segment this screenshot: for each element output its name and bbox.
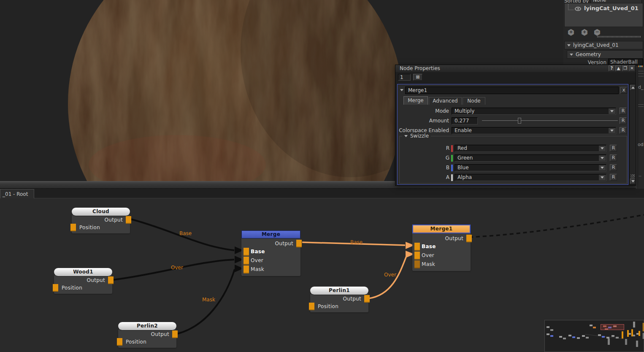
minimap-node xyxy=(586,337,589,338)
position-label: Position xyxy=(62,285,82,291)
mode-label: Mode xyxy=(398,108,449,115)
chevron-down-icon[interactable] xyxy=(598,146,606,151)
colorspace-reset-button[interactable]: R xyxy=(620,127,627,134)
wire-label-over: Over xyxy=(171,265,183,271)
swizzle-b-dropdown[interactable]: Blue xyxy=(455,164,606,171)
node-header[interactable]: Perlin2 xyxy=(118,322,176,330)
swizzle-r-dropdown[interactable]: Red xyxy=(455,145,606,152)
node-cloud[interactable]: Cloud Output Position xyxy=(72,208,130,233)
scroll-down-button[interactable] xyxy=(630,179,635,184)
output-port[interactable] xyxy=(172,330,178,338)
swizzle-a-dropdown[interactable]: Alpha xyxy=(455,174,606,181)
panel-resize-grip[interactable] xyxy=(597,36,641,38)
node-header[interactable]: Merge xyxy=(241,230,300,238)
clipped-text-fragment: .. xyxy=(639,172,641,178)
minimap-items xyxy=(545,320,644,352)
minimap-view-rect[interactable] xyxy=(601,324,624,330)
mode-dropdown[interactable]: Multiply xyxy=(452,108,616,115)
node-body: Output Base Over Mask xyxy=(412,233,471,271)
mask-port[interactable] xyxy=(244,265,249,273)
geometry-section-header[interactable]: Geometry xyxy=(567,50,643,59)
amount-slider-handle[interactable] xyxy=(518,118,521,124)
minimap-node xyxy=(547,326,549,328)
over-port[interactable] xyxy=(244,257,249,265)
output-port[interactable] xyxy=(126,216,131,224)
object-list: lyingCat_Uved_01 xyxy=(564,3,643,27)
swizzle-b-reset-button[interactable]: R xyxy=(610,164,617,171)
node-body: Output Base Over Mask xyxy=(241,238,300,276)
chevron-down-icon[interactable] xyxy=(608,128,615,133)
node-header[interactable]: Cloud xyxy=(72,208,130,216)
tab-advanced[interactable]: Advanced xyxy=(429,97,462,105)
add-version-button[interactable]: ⬢+ xyxy=(579,27,590,37)
object-item[interactable]: lyingCat_Uved_01 xyxy=(584,5,639,11)
node-graph[interactable]: _01 - Root Base xyxy=(0,189,644,352)
amount-reset-button[interactable]: R xyxy=(620,117,627,124)
dock-button[interactable]: ▲ xyxy=(615,65,622,71)
node-header[interactable]: Perlin1 xyxy=(310,287,368,295)
position-port[interactable] xyxy=(53,284,58,292)
swizzle-g-reset-button[interactable]: R xyxy=(610,154,617,161)
scrollbar-thumb[interactable] xyxy=(630,174,635,178)
position-port[interactable] xyxy=(117,338,122,346)
properties-scrollbar[interactable] xyxy=(629,84,636,185)
over-port[interactable] xyxy=(414,252,420,260)
graph-minimap[interactable] xyxy=(544,320,644,352)
minimap-node xyxy=(633,322,635,328)
base-port[interactable] xyxy=(244,248,249,256)
mask-port[interactable] xyxy=(414,260,420,268)
minimap-node xyxy=(550,335,553,337)
chevron-down-icon[interactable] xyxy=(608,108,615,114)
wire-merge1-output-dashed[interactable] xyxy=(469,215,644,237)
node-perlin1[interactable]: Perlin1 Output Position xyxy=(310,287,368,312)
close-window-button[interactable]: ✕ xyxy=(629,65,635,71)
swizzle-header[interactable]: Swizzle xyxy=(402,133,431,139)
amount-slider[interactable] xyxy=(482,118,618,124)
node-merge1-selected[interactable]: Merge1 Output Base Over Mask xyxy=(412,225,471,271)
float-button[interactable]: ❐ xyxy=(622,65,628,71)
minimap-node xyxy=(625,339,627,345)
node-merge[interactable]: Merge Output Base Over Mask xyxy=(241,230,300,276)
add-object-button[interactable]: ⬢+ xyxy=(566,27,576,37)
swizzle-r-reset-button[interactable]: R xyxy=(610,145,617,152)
swizzle-g-dropdown[interactable]: Green xyxy=(455,154,606,162)
window-title[interactable]: Node Properties xyxy=(395,65,636,72)
amount-input[interactable]: 0.277 xyxy=(452,117,478,125)
position-label: Position xyxy=(126,339,146,345)
node-name-field[interactable]: Merge1 xyxy=(405,87,619,94)
visibility-eye-icon[interactable] xyxy=(575,7,581,11)
position-port[interactable] xyxy=(309,303,314,310)
node-perlin2[interactable]: Perlin2 Output Position xyxy=(118,322,176,348)
output-port[interactable] xyxy=(466,235,472,242)
tab-merge[interactable]: Merge xyxy=(403,96,428,105)
channel-g-label: G xyxy=(400,154,449,162)
node-body: Output Position xyxy=(54,275,112,294)
tab-node[interactable]: Node xyxy=(463,97,485,105)
channel-b-label: B xyxy=(400,164,449,171)
output-port[interactable] xyxy=(108,276,114,284)
chevron-down-icon[interactable] xyxy=(598,175,606,180)
chevron-down-icon[interactable] xyxy=(598,165,606,171)
node-header[interactable]: Wood1 xyxy=(54,268,112,276)
mode-reset-button[interactable]: R xyxy=(620,108,627,114)
output-port[interactable] xyxy=(364,295,370,303)
base-port[interactable] xyxy=(414,243,420,251)
object-section-header[interactable]: lyingCat_Uved_01 xyxy=(564,41,643,49)
clipped-text-fragment: d_ xyxy=(638,84,643,90)
remove-node-properties-button[interactable]: x xyxy=(620,87,627,94)
minimap-node xyxy=(636,341,638,347)
output-port[interactable] xyxy=(296,240,302,247)
collapse-triangle-icon[interactable] xyxy=(400,89,403,91)
minimap-node xyxy=(582,335,585,337)
node-header[interactable]: Merge1 xyxy=(412,225,471,233)
swizzle-a-reset-button[interactable]: R xyxy=(610,174,617,181)
node-wood1[interactable]: Wood1 Output Position xyxy=(54,268,112,294)
minimap-node xyxy=(598,334,601,336)
position-port[interactable] xyxy=(70,224,76,231)
scroll-up-button[interactable] xyxy=(630,85,635,90)
help-button[interactable]: ? xyxy=(609,65,615,71)
chevron-down-icon[interactable] xyxy=(598,155,606,161)
colorspace-dropdown[interactable]: Enable xyxy=(452,127,616,134)
pinned-count-input[interactable]: 1 xyxy=(398,74,411,81)
clear-pinned-button[interactable]: ⊠ xyxy=(413,74,422,81)
